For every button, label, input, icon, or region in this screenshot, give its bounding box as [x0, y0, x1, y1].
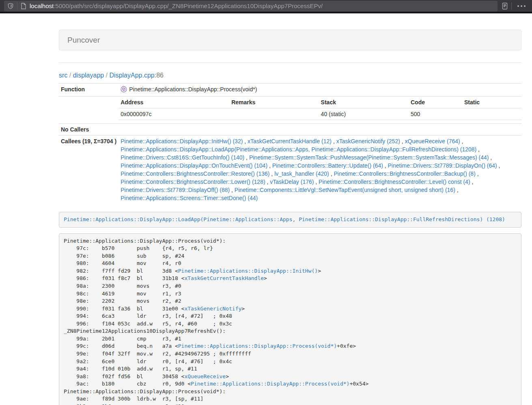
function-row: Function Pinetime::Applications::Display…: [59, 84, 521, 97]
assembly-symbol-link[interactable]: xTaskGetCurrentTaskHandle: [184, 275, 264, 281]
callee-link[interactable]: Pinetime::Applications::DisplayApp::OnTo…: [121, 162, 267, 169]
function-details-cell: Address Remarks Stack Code Static 0x0000…: [118, 97, 521, 124]
callee-link[interactable]: vTaskDelay (176): [270, 179, 314, 185]
code-value: 500: [409, 108, 462, 120]
callees-list: Pinetime::Applications::DisplayApp::Init…: [118, 136, 521, 204]
callee-snippet-link[interactable]: Pinetime::Applications::DisplayApp::Load…: [64, 216, 505, 222]
function-name-cell: Pinetime::Applications::DisplayApp::Proc…: [118, 84, 521, 97]
callees-row: Callees (19, Σ=3704 ) Pinetime::Applicat…: [59, 136, 521, 204]
stack-value: 40 (static): [319, 108, 409, 120]
overflow-menu-icon[interactable]: [515, 5, 528, 7]
callee-separator: ,: [383, 162, 388, 169]
details-value-row: 0x0000097c 40 (static) 500: [118, 108, 521, 120]
url-text: localhost:5000/path/src/displayapp/Displ…: [30, 2, 323, 9]
callee-link[interactable]: Pinetime::Applications::DisplayApp::Load…: [121, 146, 476, 153]
callee-separator: ,: [455, 187, 459, 193]
col-static: Static: [462, 97, 521, 108]
callee-link[interactable]: Pinetime::System::SystemTask::PushMessag…: [249, 154, 489, 161]
callee-separator: ,: [267, 162, 272, 169]
assembly-symbol-link[interactable]: Pinetime::Applications::DisplayApp::Proc…: [178, 343, 337, 349]
col-address: Address: [118, 97, 229, 108]
selected-callee-snippet: Pinetime::Applications::DisplayApp::Load…: [59, 212, 521, 228]
browser-chrome: localhost:5000/path/src/displayapp/Displ…: [0, 0, 532, 13]
function-row-label: Function: [59, 84, 118, 97]
toolbar-divider: [511, 2, 512, 10]
no-callers-label: No Callers: [59, 124, 118, 136]
remarks-value: [229, 108, 319, 120]
callees-label: Callees (19, Σ=3704 ): [59, 136, 118, 204]
callee-separator: ,: [460, 138, 463, 144]
breadcrumb-separator: /: [67, 72, 73, 79]
page-title: Puncover: [67, 36, 513, 44]
function-name: Pinetime::Applications::DisplayApp::Proc…: [129, 86, 257, 93]
callee-separator: ,: [314, 179, 319, 185]
callee-separator: ,: [329, 170, 334, 177]
assembly-symbol-link[interactable]: xQueueReceive: [184, 373, 226, 379]
callee-link[interactable]: Pinetime::Drivers::St7789::DisplayOff() …: [121, 187, 230, 193]
reader-view-icon[interactable]: [502, 2, 508, 10]
address-value: 0x0000097c: [118, 108, 229, 120]
url-host: localhost: [30, 2, 54, 9]
callee-separator: ,: [476, 146, 480, 153]
callee-separator: ,: [489, 154, 492, 161]
callee-separator: ,: [269, 170, 274, 177]
breadcrumb: src / displayapp / DisplayApp.cpp:86: [59, 72, 521, 79]
assembly-symbol-link[interactable]: Pinetime::Applications::DisplayApp::Init…: [178, 268, 318, 274]
callee-link[interactable]: Pinetime::Controllers::Battery::Update()…: [272, 162, 383, 169]
no-callers-row: No Callers: [59, 124, 521, 136]
urlbar-divider: [17, 2, 17, 10]
assembly-code: Pinetime::Applications::DisplayApp::Proc…: [64, 238, 368, 405]
assembly-symbol-link[interactable]: Pinetime::Applications::DisplayApp::Proc…: [191, 381, 349, 387]
empty-row-head: [59, 97, 118, 124]
no-callers-cell: [118, 124, 521, 136]
callee-separator: ,: [244, 154, 249, 161]
col-remarks: Remarks: [229, 97, 319, 108]
callee-link[interactable]: xQueueReceive (764): [405, 138, 460, 144]
callee-separator: ,: [230, 187, 235, 193]
col-stack: Stack: [319, 97, 409, 108]
callee-separator: ,: [265, 179, 270, 185]
shield-icon[interactable]: [7, 3, 14, 9]
details-header-row: Address Remarks Stack Code Static: [118, 97, 521, 108]
url-path: :5000/path/src/displayapp/DisplayApp.cpp…: [54, 2, 323, 9]
callee-separator: ,: [476, 170, 479, 177]
function-symbol-icon: [121, 86, 127, 95]
callee-link[interactable]: lv_task_handler (420): [274, 170, 329, 177]
breadcrumb-line-number: :86: [155, 72, 164, 79]
callee-link[interactable]: Pinetime::Controllers::BrightnessControl…: [121, 179, 265, 185]
assembly-symbol-link[interactable]: xTaskGenericNotify: [184, 306, 241, 312]
callee-separator: ,: [470, 179, 474, 185]
callee-link[interactable]: Pinetime::Applications::DisplayApp::Init…: [121, 138, 243, 144]
callee-link[interactable]: Pinetime::Controllers::BrightnessControl…: [121, 170, 269, 177]
breadcrumb-link-displayapp[interactable]: displayapp: [73, 72, 104, 79]
callee-link[interactable]: Pinetime::Controllers::BrightnessControl…: [334, 170, 475, 177]
page-icon[interactable]: [21, 3, 26, 9]
callee-separator: ,: [497, 162, 500, 169]
callee-separator: ,: [243, 138, 248, 144]
breadcrumb-separator: /: [104, 72, 109, 79]
function-table: Function Pinetime::Applications::Display…: [59, 83, 521, 204]
callee-separator: ,: [400, 138, 405, 144]
assembly-listing: Pinetime::Applications::DisplayApp::Proc…: [59, 233, 521, 405]
callee-link[interactable]: Pinetime::Drivers::St7789::DisplayOn() (…: [388, 162, 497, 169]
header-divider: [59, 62, 521, 63]
url-bar[interactable]: localhost:5000/path/src/displayapp/Displ…: [4, 1, 498, 11]
function-details-table: Address Remarks Stack Code Static 0x0000…: [118, 97, 521, 120]
callee-link[interactable]: Pinetime::Controllers::BrightnessControl…: [319, 179, 470, 185]
breadcrumb-link-src[interactable]: src: [59, 72, 67, 79]
callee-link[interactable]: xTaskGenericNotify (252): [336, 138, 400, 144]
page-header: Puncover: [59, 30, 521, 50]
col-code: Code: [409, 97, 462, 108]
callee-link[interactable]: Pinetime::Components::LittleVgl::SetNewT…: [235, 187, 455, 193]
callee-link[interactable]: Pinetime::Applications::Screens::Timer::…: [121, 195, 258, 201]
breadcrumb-link-DisplayApp.cpp[interactable]: DisplayApp.cpp: [110, 72, 155, 79]
callee-link[interactable]: xTaskGetCurrentTaskHandle (12): [248, 138, 332, 144]
callee-separator: ,: [332, 138, 336, 144]
page-container: Puncover src / displayapp / DisplayApp.c…: [59, 13, 521, 405]
static-value: [462, 108, 521, 120]
callee-link[interactable]: Pinetime::Drivers::Cst816S::GetTouchInfo…: [121, 154, 244, 161]
function-details-row: Address Remarks Stack Code Static 0x0000…: [59, 97, 521, 124]
